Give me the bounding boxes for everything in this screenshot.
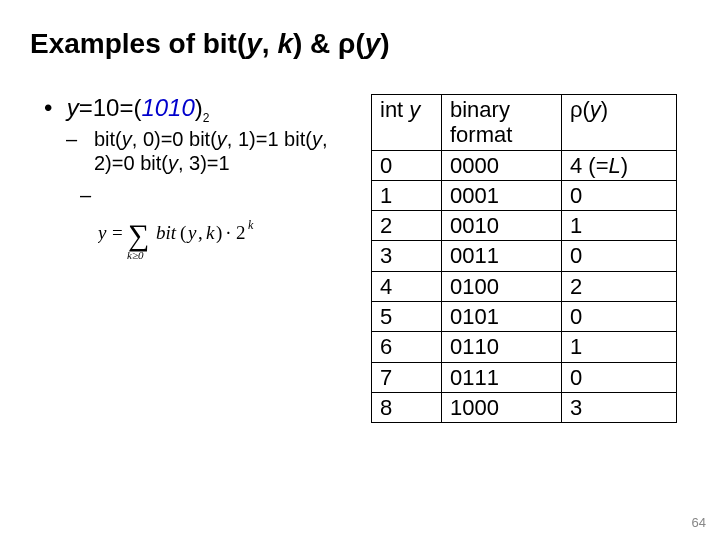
table-header-row: int y binary format ρ(y) [372,95,677,151]
bullet-level2: –bit(y, 0)=0 bit(y, 1)=1 bit(y, 2)=0 bit… [80,127,365,176]
content-row: • y=10=(1010)2 –bit(y, 0)=0 bit(y, 1)=1 … [30,94,690,423]
cell-int: 0 [372,150,442,180]
cell-binary: 0111 [442,362,562,392]
b1-subscript: 2 [203,111,210,125]
table-row: 810003 [372,392,677,422]
title-k: k [277,28,293,59]
cell-int: 5 [372,302,442,332]
cell-rho: 2 [562,271,677,301]
b2-y0: y [122,128,132,150]
svg-text:y: y [98,222,107,243]
table-row: 000004 (=L) [372,150,677,180]
formula-svg: y = ∑ k≥0 bit ( y , k ) · 2 k [98,209,318,261]
cell-rho: 4 (=L) [562,150,677,180]
svg-text:k: k [206,222,215,243]
cell-rho: 1 [562,211,677,241]
cell-binary: 0011 [442,241,562,271]
title-text-1: Examples of bit( [30,28,246,59]
slide-title: Examples of bit(y, k) & ρ(y) [30,28,690,60]
b2-t1: bit( [94,128,122,150]
cell-binary: 0000 [442,150,562,180]
th-rho: ρ(y) [562,95,677,151]
title-text-2: , [262,28,278,59]
cell-int: 6 [372,332,442,362]
cell-binary: 0100 [442,271,562,301]
svg-text:(: ( [180,222,186,244]
b1-eq: =10=( [79,94,142,121]
title-text-3: ) & ρ( [293,28,365,59]
cell-int: 3 [372,241,442,271]
table-row: 601101 [372,332,677,362]
title-y2: y [365,28,381,59]
cell-binary: 0010 [442,211,562,241]
svg-text:): ) [216,222,222,244]
cell-binary: 0001 [442,180,562,210]
cell-int: 7 [372,362,442,392]
table-row: 501010 [372,302,677,332]
cell-int: 8 [372,392,442,422]
table-row: 401002 [372,271,677,301]
cell-rho: 3 [562,392,677,422]
b2-t6: , 3)=1 [178,152,230,174]
cell-int: 2 [372,211,442,241]
svg-text:·: · [226,222,231,243]
page-number: 64 [692,515,706,530]
b2-y3: y [168,152,178,174]
svg-text:k≥0: k≥0 [127,249,144,261]
b2-y2: y [312,128,322,150]
dash-icon: – [80,127,94,151]
b2-t2: , 0)=0 bit( [132,128,217,150]
svg-text:2: 2 [236,222,246,243]
table-row: 100010 [372,180,677,210]
summation-formula: y = ∑ k≥0 bit ( y , k ) · 2 k [98,209,365,261]
cell-int: 4 [372,271,442,301]
svg-text:y: y [186,222,197,243]
svg-text:,: , [198,222,203,243]
bullet-level1: • y=10=(1010)2 [44,94,365,125]
cell-rho: 0 [562,362,677,392]
title-text-4: ) [380,28,389,59]
svg-text:k: k [248,218,254,232]
dash-icon-2: – [80,184,91,206]
cell-binary: 0101 [442,302,562,332]
cell-binary: 0110 [442,332,562,362]
cell-int: 1 [372,180,442,210]
table-row: 300110 [372,241,677,271]
cell-rho: 1 [562,332,677,362]
cell-binary: 1000 [442,392,562,422]
bullet-dot-icon: • [44,94,60,122]
svg-text:∑: ∑ [128,218,149,252]
b2-y1: y [217,128,227,150]
svg-text:bit: bit [156,222,177,243]
cell-rho: 0 [562,302,677,332]
title-y1: y [246,28,262,59]
b2-t4: bit( [284,128,312,150]
bullet-level2-formula: – [80,184,365,207]
b2-t3: , 1)=1 [227,128,279,150]
b1-close: ) [195,94,203,121]
b1-binary: 1010 [141,94,194,121]
cell-rho: 0 [562,241,677,271]
table-row: 701110 [372,362,677,392]
th-binary: binary format [442,95,562,151]
b1-y: y [67,94,79,121]
table-body: 000004 (=L)10001020010130011040100250101… [372,150,677,423]
cell-rho: 0 [562,180,677,210]
svg-text:=: = [112,222,123,243]
th-int: int y [372,95,442,151]
table-row: 200101 [372,211,677,241]
rho-table: int y binary format ρ(y) 000004 (=L)1000… [371,94,677,423]
left-column: • y=10=(1010)2 –bit(y, 0)=0 bit(y, 1)=1 … [30,94,365,261]
